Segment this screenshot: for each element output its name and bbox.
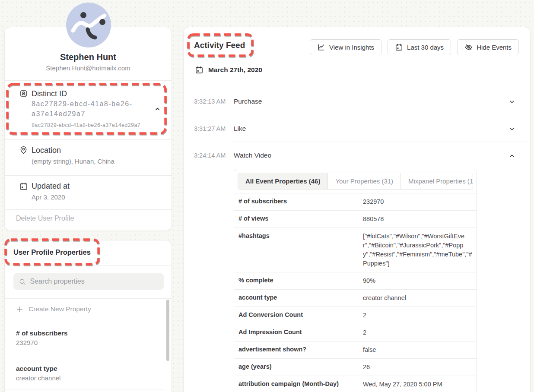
table-row: # of views880578 [234,210,477,228]
table-row: advertisement shown?false [234,341,477,358]
row-label: Ad Conversion Count [234,307,359,324]
tab-mixpanel-properties[interactable]: Mixpanel Properties (15) [401,173,473,189]
calendar-icon [19,182,28,191]
calendar-icon [395,43,403,51]
row-value: 90% [359,272,474,289]
row-label: advertisement shown? [234,341,359,358]
line-chart-icon [317,43,325,51]
table-row: # of subscribers232970 [234,193,477,210]
table-row: attribution campaign (Month-Day)Wed, May… [234,376,477,392]
search-icon [19,278,26,286]
row-value: false [359,341,474,358]
property-value: 232970 [16,339,68,346]
chevron-up-icon[interactable] [509,152,515,159]
distinct-id-label: Distinct ID [32,89,67,98]
properties-panel-title: User Profile Properties [13,248,91,256]
user-profile-card: Stephen Hunt Stephen.Hunt@hotmailx.com D… [4,27,172,231]
hide-events-label: Hide Events [477,44,512,51]
row-label: Ad Impression Count [234,324,359,341]
row-label: age (years) [234,359,359,376]
date-range-label: Last 30 days [407,44,444,51]
date-range-button[interactable]: Last 30 days [388,39,451,55]
row-label: account type [234,290,359,307]
row-value: 2 [359,307,474,324]
updated-at-value: Apr 3, 2020 [32,193,65,201]
row-value: Wed, May 27, 2020 5:00 PM [359,376,474,392]
chevron-up-icon[interactable] [154,106,161,112]
row-label: % complete [234,272,359,289]
plus-icon [16,306,23,313]
event-name: Purchase [234,98,262,105]
row-label: # of subscribers [234,193,359,210]
updated-at-label: Updated at [32,182,70,191]
delete-user-profile-link[interactable]: Delete User Profile [16,215,74,222]
location-value: (empty string), Hunan, China [32,158,114,165]
eye-off-icon [464,43,473,51]
tab-all-event-properties[interactable]: All Event Properties (46) [238,173,328,189]
property-list-item[interactable]: account type creator channel [16,365,60,382]
user-name: Stephen Hunt [5,52,172,62]
contact-card-icon [19,89,28,98]
row-label: # of views [234,211,359,228]
row-value: 880578 [359,211,474,228]
event-time: 3:24:14 AM [194,152,226,159]
chevron-down-icon[interactable] [509,126,515,133]
event-properties-tabs: All Event Properties (46) Your Propertie… [238,173,473,190]
table-row: #hashtags["#lolCats","#Wilson","#WorstGi… [234,228,477,272]
row-value: creator channel [359,290,474,307]
row-value: 26 [359,359,474,376]
user-avatar [66,3,111,47]
tab-your-properties[interactable]: Your Properties (31) [328,173,401,189]
row-value: 232970 [359,193,474,210]
location-pin-icon [19,145,28,155]
feed-date-label: March 27th, 2020 [208,66,262,74]
table-row: Ad Conversion Count2 [234,307,477,324]
event-time: 3:32:13 AM [194,98,226,105]
feed-date-header: March 27th, 2020 [195,66,262,74]
feed-toolbar: View in Insights Last 30 days Hide Event… [310,39,519,55]
search-properties-box[interactable] [13,273,164,290]
chevron-down-icon[interactable] [509,98,515,105]
table-row: age (years)26 [234,358,477,376]
activity-feed-title: Activity Feed [194,41,245,50]
search-properties-input[interactable] [30,278,159,285]
activity-feed-card: Activity Feed View in Insights Last 30 d… [183,27,531,392]
property-name: account type [16,365,60,373]
distinct-id-value: 8ac27829-ebcd-41a8-be26-a37e14ed29a7 [32,99,151,119]
distinct-id-subvalue: 8ac27829-ebcd-41a8-be26-a37e14ed29a7 [32,122,140,128]
hide-events-button[interactable]: Hide Events [457,39,519,55]
view-in-insights-button[interactable]: View in Insights [310,39,381,55]
table-row: account typecreator channel [234,289,477,307]
property-name: # of subscribers [16,329,68,337]
create-new-property-button[interactable]: Create New Property [16,305,91,313]
event-name: Watch Video [234,152,271,159]
row-label: #hashtags [234,228,359,272]
properties-scrollbar[interactable] [166,300,169,361]
view-in-insights-label: View in Insights [329,44,374,51]
property-list-item[interactable]: # of subscribers 232970 [16,329,68,346]
row-label: attribution campaign (Month-Day) [234,376,359,392]
create-new-property-label: Create New Property [29,305,91,313]
event-name: Like [234,125,246,133]
table-row: % complete90% [234,272,477,289]
user-email: Stephen.Hunt@hotmailx.com [5,64,172,72]
user-profile-properties-card: User Profile Properties Create New Prope… [4,240,172,392]
property-value: creator channel [16,374,60,382]
event-properties-table: All Event Properties (46) Your Propertie… [234,169,477,392]
table-row: Ad Impression Count2 [234,324,477,341]
row-value: ["#lolCats","#Wilson","#WorstGiftEver","… [359,228,474,272]
calendar-icon [195,66,203,74]
location-label: Location [32,146,61,155]
row-value: 2 [359,324,474,341]
event-time: 3:31:27 AM [194,125,226,132]
